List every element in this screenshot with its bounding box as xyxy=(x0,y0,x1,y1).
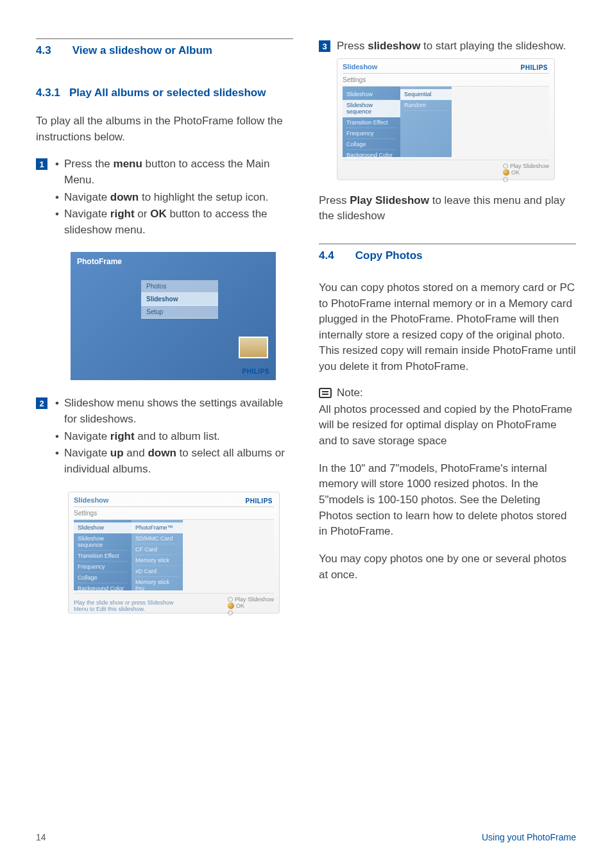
divider xyxy=(319,244,576,244)
screenshot-slideshow-sequence: PHILIPS Slideshow Settings Slideshow Sli… xyxy=(337,58,555,180)
panel-item: SD/MMC Card xyxy=(135,533,179,544)
divider xyxy=(36,38,293,39)
step-badge: 1 xyxy=(36,158,47,170)
panel-item: Background Color xyxy=(78,583,128,594)
thumbnail-icon xyxy=(239,337,268,358)
page-footer: 14 Using yout PhotoFrame xyxy=(36,832,576,842)
pf-menu: Photos Slideshow Setup xyxy=(141,280,218,319)
press-play-paragraph: Press Play Slideshow to leave this menu … xyxy=(319,193,576,224)
panel-item: PhotoFrame™ xyxy=(132,522,183,533)
heading-num: 4.4 xyxy=(319,249,352,262)
panel-item: Transition Effect xyxy=(78,551,128,562)
shot-footer-left: Play the slide show or press Slideshow M… xyxy=(74,599,183,612)
page-content: 4.3 View a slideshow or Album 4.3.1 Play… xyxy=(0,0,612,652)
heading-4-3: 4.3 View a slideshow or Album xyxy=(36,44,293,57)
panel-item: Random xyxy=(404,100,448,111)
copy-photos-p1: You can copy photos stored on a memory c… xyxy=(319,280,576,375)
shot-footer-right: Play Slideshow OK xyxy=(503,163,549,183)
pf-title: PhotoFrame xyxy=(71,252,276,271)
ring-icon xyxy=(503,177,508,182)
shot-footer-right: Play Slideshow OK xyxy=(228,596,274,616)
right-column: 3 Press slideshow to start playing the s… xyxy=(319,38,576,626)
brand-label: PHILIPS xyxy=(246,497,273,505)
panel-left: Slideshow Slideshow sequence Transition … xyxy=(343,87,400,157)
panel-item: Frequency xyxy=(346,128,396,139)
step-text: Press slideshow to start playing the sli… xyxy=(337,38,576,54)
list-item: Navigate down to highlight the setup ico… xyxy=(54,190,293,206)
heading-text: Play All albums or selected slideshow xyxy=(69,87,293,99)
ok-icon xyxy=(503,169,509,176)
panel-row: Slideshow Slideshow sequence Transition … xyxy=(74,520,274,590)
note-icon xyxy=(319,388,332,398)
ok-icon xyxy=(228,603,234,609)
panel-item: Background Color xyxy=(346,150,396,161)
panel-item: Slideshow xyxy=(74,522,132,533)
panel-right xyxy=(452,87,549,157)
page-number: 14 xyxy=(36,832,46,842)
panel-item: Slideshow sequence xyxy=(78,533,128,551)
menu-item: Photos xyxy=(141,280,218,293)
step-3: 3 Press slideshow to start playing the s… xyxy=(319,38,576,54)
panel-item: Collage xyxy=(346,139,396,150)
ring-icon xyxy=(228,597,233,602)
brand-label: PHILIPS xyxy=(242,368,269,375)
panel-left: Slideshow Slideshow sequence Transition … xyxy=(74,520,132,590)
step-badge: 3 xyxy=(319,40,330,52)
panel-item: Frequency xyxy=(78,562,128,572)
panel-item: Slideshow xyxy=(346,89,396,100)
panel-item: Slideshow sequence xyxy=(343,100,400,117)
heading-num: 4.3 xyxy=(36,44,69,57)
list-item: Press the menu button to access the Main… xyxy=(54,156,293,188)
shot-footer: Play Slideshow OK xyxy=(343,160,549,183)
note-heading: Note: xyxy=(319,387,576,399)
panel-mid: PhotoFrame™ SD/MMC Card CF Card Memory s… xyxy=(132,520,183,590)
panel-item: Transition Effect xyxy=(346,117,396,128)
step-1: 1 Press the menu button to access the Ma… xyxy=(36,156,293,248)
panel-item: Sequential xyxy=(400,89,452,100)
left-column: 4.3 View a slideshow or Album 4.3.1 Play… xyxy=(36,38,293,626)
heading-text: Copy Photos xyxy=(355,249,423,262)
step-bullets: Slideshow menu shows the settings availa… xyxy=(54,396,293,477)
copy-photos-p2: In the 10" and 7"models, PhotoFrame's in… xyxy=(319,461,576,540)
panel-item: Memory stick Pro xyxy=(135,577,179,594)
note-label: Note: xyxy=(337,387,363,399)
heading-4-4: 4.4 Copy Photos xyxy=(319,249,576,262)
note-body: All photos processed and copied by the P… xyxy=(319,402,576,449)
footer-label: Using yout PhotoFrame xyxy=(482,832,576,842)
panel-item: Memory stick xyxy=(135,555,179,566)
panel-mid: Sequential Random xyxy=(400,87,452,157)
step-badge: 2 xyxy=(36,397,47,409)
list-item: Navigate right and to album list. xyxy=(54,429,293,445)
shot-footer: Play the slide show or press Slideshow M… xyxy=(74,593,274,616)
copy-photos-p3: You may copy photos one by one or severa… xyxy=(319,551,576,583)
step-2: 2 Slideshow menu shows the settings avai… xyxy=(36,396,293,487)
menu-item-selected: Slideshow xyxy=(141,293,218,306)
shot-subtitle: Settings xyxy=(343,76,549,87)
intro-paragraph: To play all the albums in the PhotoFrame… xyxy=(36,113,293,145)
menu-item: Setup xyxy=(141,306,218,319)
ring-icon xyxy=(228,610,233,615)
heading-text: View a slideshow or Album xyxy=(72,44,212,56)
heading-4-3-1: 4.3.1 Play All albums or selected slides… xyxy=(36,87,293,99)
shot-title: Slideshow xyxy=(74,496,274,507)
list-item: Slideshow menu shows the settings availa… xyxy=(54,396,293,427)
shot-title: Slideshow xyxy=(343,63,549,74)
ring-icon xyxy=(503,163,508,169)
list-item: Navigate right or OK button to access th… xyxy=(54,206,293,238)
panel-item: Collage xyxy=(78,572,128,583)
screenshot-slideshow-settings: PHILIPS Slideshow Settings Slideshow Sli… xyxy=(68,492,280,613)
shot-subtitle: Settings xyxy=(74,510,274,520)
panel-right xyxy=(183,520,274,590)
heading-num: 4.3.1 xyxy=(36,87,69,99)
step-bullets: Press the menu button to access the Main… xyxy=(54,156,293,238)
panel-row: Slideshow Slideshow sequence Transition … xyxy=(343,87,549,157)
screenshot-main-menu: PhotoFrame Photos Slideshow Setup PHILIP… xyxy=(71,252,276,380)
panel-item: CF Card xyxy=(135,544,179,555)
brand-label: PHILIPS xyxy=(521,64,548,71)
panel-item: xD Card xyxy=(135,566,179,577)
list-item: Navigate up and down to select all album… xyxy=(54,446,293,477)
